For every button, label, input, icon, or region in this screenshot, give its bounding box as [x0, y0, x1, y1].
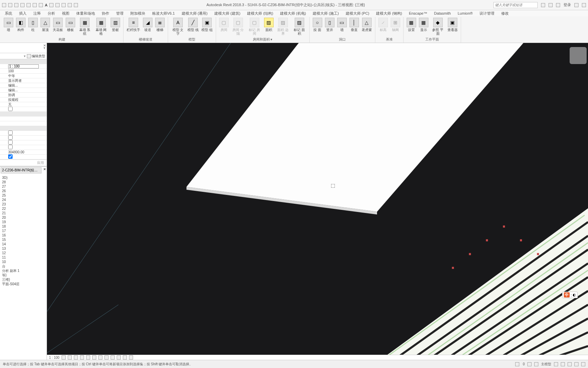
tree-item[interactable]: 3D) [2, 175, 46, 180]
redo-icon[interactable] [27, 3, 31, 7]
property-value[interactable]: 编辑... [7, 88, 47, 93]
menu-建模大师 (机电)[interactable]: 建模大师 (机电) [277, 11, 309, 16]
menu-管理[interactable]: 管理 [113, 11, 127, 16]
menu-插入[interactable]: 插入 [16, 11, 30, 16]
ribbon-楼梯[interactable]: ≣楼梯 [154, 17, 166, 36]
analytical-icon[interactable] [123, 355, 127, 359]
reveal-icon[interactable] [117, 355, 121, 359]
tree-item[interactable]: 16 [2, 233, 46, 237]
ribbon-老虎窗[interactable]: △老虎窗 [361, 17, 373, 36]
ribbon-显示[interactable]: ▦显示 [418, 17, 429, 36]
select-face-icon[interactable] [574, 362, 578, 366]
detail-level-icon[interactable] [62, 355, 66, 359]
ribbon-坡道[interactable]: ◢坡道 [142, 17, 153, 36]
visual-style-icon[interactable] [68, 355, 72, 359]
ribbon-查看器[interactable]: ▣查看器 [446, 17, 459, 36]
ribbon-幕墙网格[interactable]: ▦幕墙 网格 [93, 17, 109, 36]
ribbon-模型文字[interactable]: A模型 文字 [170, 17, 186, 36]
tree-item[interactable]: 25 [2, 193, 46, 198]
worksets-icon[interactable] [515, 362, 519, 366]
3d-viewport[interactable]: ⬚ 中 : ◐ [47, 43, 588, 360]
menu-建模大师 (PC)[interactable]: 建模大师 (PC) [342, 11, 373, 16]
ribbon-墙[interactable]: ▭墙 [336, 17, 348, 36]
print-icon[interactable] [33, 3, 37, 7]
ribbon-柱[interactable]: ▯柱 [27, 17, 39, 36]
ribbon-面积[interactable]: ▨面积 [263, 17, 275, 36]
menu-附加模块[interactable]: 附加模块 [127, 11, 149, 16]
menu-Datasmith[interactable]: Datasmith [430, 11, 454, 15]
apply-button[interactable]: 应用 [37, 161, 44, 165]
ribbon-竖井[interactable]: ▯竖井 [324, 17, 336, 36]
shadows-icon[interactable] [80, 355, 84, 359]
login-link[interactable]: 登录 [564, 2, 571, 7]
ribbon-设置[interactable]: ▦设置 [406, 17, 417, 36]
property-value[interactable]: 显示两者 [7, 78, 47, 83]
select-underlay-icon[interactable] [561, 362, 565, 366]
ribbon-屋顶[interactable]: △屋顶 [39, 17, 51, 36]
tree-item[interactable]: 27 [2, 184, 46, 189]
main-model-label[interactable]: 主模型 [541, 362, 551, 367]
section-icon[interactable] [55, 3, 60, 7]
ribbon-墙[interactable]: ▭墙 [3, 17, 14, 36]
ribbon-垂直[interactable]: │垂直 [348, 17, 360, 36]
close-icon[interactable]: ✕ [43, 167, 46, 171]
property-value[interactable]: 按规程 [7, 97, 47, 102]
property-checkbox[interactable] [8, 135, 13, 140]
editable-only-icon[interactable] [534, 362, 538, 366]
menu-建模大师 (结构)[interactable]: 建模大师 (结构) [244, 11, 276, 16]
star-icon[interactable] [549, 3, 553, 7]
menu-视图[interactable]: 视图 [59, 11, 73, 16]
property-value[interactable]: 304800.00 [7, 150, 47, 154]
property-value[interactable]: 编辑... [7, 83, 47, 88]
ribbon-标记面积[interactable]: ▨标记 面积 [292, 17, 307, 36]
menu-设计管理[interactable]: 设计管理 [476, 11, 498, 16]
scale-input[interactable] [8, 64, 39, 68]
cart-icon[interactable] [582, 3, 586, 7]
ribbon-竖梃[interactable]: ▥竖梃 [110, 17, 121, 36]
drag-icon[interactable] [581, 362, 585, 366]
view-cube[interactable] [570, 47, 587, 64]
menu-体量和场地[interactable]: 体量和场地 [73, 11, 98, 16]
tree-item[interactable]: 10 [2, 260, 46, 264]
tree-item[interactable]: 14 [2, 242, 46, 246]
property-checkbox[interactable] [8, 145, 13, 149]
tree-item[interactable]: 分析 副本 1 [2, 269, 46, 273]
property-checkbox[interactable] [8, 131, 13, 135]
ribbon-模型组[interactable]: ▣模型 组 [200, 17, 214, 36]
tree-item[interactable]: 22 [2, 206, 46, 211]
tree-item[interactable]: 21 [2, 211, 46, 215]
browser-tab[interactable]: 2-CZ06-BIM-INTR(招中之站)-公共区(核... [1, 167, 42, 173]
save-icon[interactable] [14, 3, 18, 7]
tree-item[interactable]: 18 [2, 224, 46, 229]
ribbon-天花板[interactable]: ▭天花板 [52, 17, 64, 36]
tree-item[interactable]: 24 [2, 198, 46, 202]
select-links-icon[interactable] [554, 362, 558, 366]
menu-修改[interactable]: 修改 [498, 11, 512, 16]
scale-label[interactable]: 1 : 100 [49, 356, 60, 359]
search-icon[interactable] [541, 3, 545, 7]
tree-item[interactable]: 19 [2, 220, 46, 224]
property-value[interactable]: 中等 [7, 74, 47, 78]
sync-icon[interactable] [49, 3, 53, 7]
menu-建模大师 (钢构)[interactable]: 建模大师 (钢构) [373, 11, 405, 16]
property-value[interactable]: 无 [7, 102, 47, 107]
close-icon[interactable]: ✕ [43, 44, 46, 47]
property-value[interactable]: 协调 [7, 93, 47, 97]
menu-建模大师 (建筑)[interactable]: 建模大师 (建筑) [211, 11, 244, 16]
tree-item[interactable]: 平面-S04层 [2, 282, 46, 286]
tree-item[interactable]: 23 [2, 202, 46, 206]
crop-icon[interactable] [92, 355, 96, 359]
help-icon[interactable] [574, 3, 578, 7]
property-checkbox[interactable] [8, 154, 13, 159]
tree-item[interactable]: 26 [2, 189, 46, 193]
ribbon-参照平面[interactable]: ◆参照 平面 [430, 17, 446, 36]
ime-indicator[interactable]: 中 : ◐ [562, 292, 578, 298]
switch-window-icon[interactable] [74, 3, 78, 7]
search-input[interactable] [493, 2, 538, 8]
thin-lines-icon[interactable] [62, 3, 66, 7]
menu-协作[interactable]: 协作 [98, 11, 113, 16]
crop-region-icon[interactable] [98, 355, 102, 359]
ribbon-幕墙系统[interactable]: ▦幕墙 系统 [77, 17, 93, 36]
menu-Enscape™[interactable]: Enscape™ [406, 11, 431, 15]
menu-系统[interactable]: 系统 [1, 11, 16, 16]
